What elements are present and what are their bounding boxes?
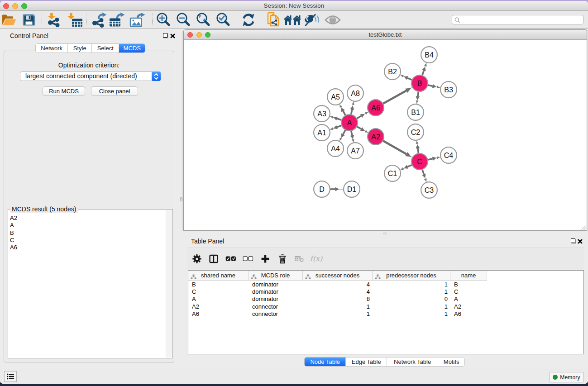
table-options-button[interactable] <box>190 252 204 266</box>
edge-A-A5[interactable] <box>339 105 345 115</box>
zoom-out-button[interactable] <box>174 12 192 28</box>
control-panel-float-button[interactable] <box>163 33 167 38</box>
column-header-shared-name[interactable]: shared name <box>188 271 249 280</box>
result-item[interactable]: B <box>10 229 17 237</box>
vertical-split-handle[interactable] <box>180 197 182 201</box>
save-session-button[interactable] <box>20 12 38 28</box>
node-B2[interactable]: B2 <box>384 63 401 80</box>
add-column-button[interactable] <box>258 252 272 266</box>
edge-A-A8[interactable] <box>350 102 354 114</box>
table-row[interactable]: Cdominator41C <box>188 288 487 295</box>
export-table-button[interactable] <box>108 12 126 28</box>
criterion-select[interactable]: largest connected component (directed) <box>20 71 161 81</box>
column-header-successor-nodes[interactable]: successor nodes <box>303 271 373 280</box>
node-A5[interactable]: A5 <box>327 89 344 105</box>
edge-D-D1[interactable] <box>330 187 343 191</box>
hide-selected-button[interactable] <box>303 12 321 28</box>
tab-select[interactable]: Select <box>92 44 120 52</box>
edge-A-A1[interactable] <box>330 125 341 130</box>
first-neighbors-button[interactable] <box>283 12 301 28</box>
edge-A2-C[interactable] <box>383 141 412 157</box>
result-item[interactable]: A2 <box>10 214 17 222</box>
apply-layout-button[interactable] <box>239 12 258 28</box>
memory-button[interactable]: Memory <box>550 372 583 382</box>
column-header-name[interactable]: name <box>450 271 487 280</box>
node-A1[interactable]: A1 <box>314 124 330 141</box>
node-A3[interactable]: A3 <box>314 105 330 122</box>
run-mcds-button[interactable]: Run MCDS <box>43 86 85 96</box>
result-item[interactable]: C <box>10 237 17 244</box>
zoom-selected-button[interactable] <box>214 12 232 28</box>
edge-B-B3[interactable] <box>428 84 440 89</box>
node-B4[interactable]: B4 <box>421 47 437 63</box>
node-A2[interactable]: A2 <box>368 129 384 145</box>
zoom-fit-button[interactable] <box>194 12 212 28</box>
edge-C-C1[interactable] <box>400 165 411 170</box>
edge-C-C4[interactable] <box>428 157 440 161</box>
select-all-button[interactable] <box>224 252 238 266</box>
new-network-from-selection-button[interactable] <box>264 12 282 28</box>
table-row[interactable]: Bdominator41B <box>188 281 487 288</box>
node-C1[interactable]: C1 <box>384 165 401 181</box>
node-B[interactable]: B <box>411 75 428 91</box>
column-header-predecessor-nodes[interactable]: predecessor nodes <box>373 271 450 280</box>
delete-column-button[interactable] <box>275 252 290 266</box>
edge-A-A6[interactable] <box>357 112 368 118</box>
edge-A-A4[interactable] <box>339 130 345 141</box>
task-history-button[interactable] <box>4 371 17 382</box>
node-B3[interactable]: B3 <box>440 81 457 98</box>
tab-motifs[interactable]: Motifs <box>438 357 464 366</box>
edge-B-B2[interactable] <box>400 75 411 80</box>
node-A8[interactable]: A8 <box>347 85 363 101</box>
node-C2[interactable]: C2 <box>407 124 424 140</box>
node-A7[interactable]: A7 <box>347 143 363 159</box>
table-row[interactable]: A6connector11A6 <box>188 310 487 318</box>
table-row[interactable]: Adominator80A <box>188 295 487 303</box>
horizontal-split-handle[interactable] <box>383 233 387 234</box>
tab-edge-table[interactable]: Edge Table <box>346 357 387 366</box>
import-table-from-file-button[interactable] <box>66 12 84 28</box>
node-B1[interactable]: B1 <box>407 104 424 120</box>
close-panel-button[interactable]: Close panel <box>91 86 138 96</box>
edge-B-B4[interactable] <box>422 63 427 75</box>
result-item[interactable]: A6 <box>10 244 17 251</box>
table-panel-close-button[interactable] <box>578 239 583 244</box>
export-image-button[interactable] <box>129 12 147 28</box>
tab-style[interactable]: Style <box>68 44 92 52</box>
result-scrollbar[interactable] <box>166 210 172 357</box>
show-column-panel-button[interactable] <box>206 252 221 266</box>
resize-grip-icon[interactable] <box>580 224 586 230</box>
table-panel-float-button[interactable] <box>571 238 575 243</box>
search-field[interactable] <box>452 15 583 24</box>
edge-B-B1[interactable] <box>416 92 420 104</box>
column-header-MCDS-role[interactable]: MCDS role <box>249 271 303 280</box>
node-A4[interactable]: A4 <box>327 140 344 157</box>
node-D1[interactable]: D1 <box>344 181 360 197</box>
tab-network-table[interactable]: Network Table <box>387 357 438 366</box>
edge-A6-B[interactable] <box>383 87 412 104</box>
tab-network[interactable]: Network <box>36 44 68 52</box>
export-network-button[interactable] <box>91 12 109 28</box>
deselect-all-button[interactable] <box>241 252 255 266</box>
show-all-button[interactable] <box>324 12 342 28</box>
edge-A-A7[interactable] <box>350 131 354 143</box>
network-canvas[interactable]: AA6A2BCA5A8A3A1A4A7B2B4B3B1C2C4C1C3DD1 <box>184 40 587 230</box>
node-C4[interactable]: C4 <box>440 147 457 163</box>
node-D[interactable]: D <box>314 181 330 197</box>
zoom-in-button[interactable] <box>154 12 172 28</box>
result-item[interactable]: A <box>10 222 17 229</box>
import-network-from-file-button[interactable] <box>45 12 63 28</box>
node-C3[interactable]: C3 <box>421 182 437 198</box>
edge-C-C2[interactable] <box>416 141 420 153</box>
edge-A-A3[interactable] <box>330 116 341 120</box>
node-A[interactable]: A <box>341 114 358 131</box>
node-A6[interactable]: A6 <box>368 100 384 116</box>
node-C[interactable]: C <box>411 153 428 170</box>
open-session-button[interactable] <box>0 12 18 28</box>
edge-C-C3[interactable] <box>422 170 427 182</box>
control-panel-close-button[interactable] <box>170 33 175 38</box>
table-row[interactable]: A2connector11A2 <box>188 303 487 310</box>
tab-node-table[interactable]: Node Table <box>305 357 346 366</box>
tab-mcds[interactable]: MCDS <box>119 44 145 52</box>
edge-A-A2[interactable] <box>357 127 368 133</box>
